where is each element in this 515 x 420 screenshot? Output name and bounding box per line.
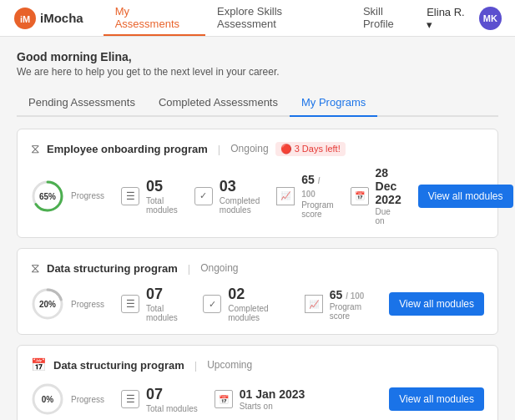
progress-percent: 0% bbox=[42, 395, 53, 404]
progress-percent: 20% bbox=[39, 300, 56, 309]
total-modules-label: Total modules bbox=[146, 196, 178, 215]
program-title: Data structuring program bbox=[53, 359, 184, 372]
stat-completed-modules: ✓ 02 Completed modules bbox=[203, 286, 304, 322]
progress-circle: 0% bbox=[31, 382, 64, 416]
nav-tab-my-assessments[interactable]: My Assessments bbox=[104, 0, 205, 36]
tab-completed-assessments[interactable]: Completed Assessments bbox=[147, 89, 290, 117]
modules-icon: ☰ bbox=[121, 187, 139, 205]
progress-label: Progress bbox=[71, 300, 104, 309]
total-modules-value: 07 bbox=[146, 386, 198, 403]
user-name: Elina R. ▾ bbox=[427, 6, 472, 31]
modules-icon: ☰ bbox=[121, 390, 139, 408]
program-title: Employee onboarding program bbox=[47, 143, 208, 155]
score-label: Program score bbox=[330, 302, 373, 321]
check-icon: ✓ bbox=[203, 295, 221, 313]
progress-circle: 20% bbox=[31, 287, 64, 321]
modules-icon: ☰ bbox=[121, 295, 139, 313]
total-modules-label: Total modules bbox=[146, 404, 198, 413]
svg-text:iM: iM bbox=[20, 14, 30, 24]
hourglass-icon: ⧖ bbox=[31, 141, 40, 156]
program-title: Data structuring program bbox=[47, 262, 178, 275]
progress-percent: 65% bbox=[39, 191, 56, 200]
stat-program-score: 📈 65 / 100 Program score bbox=[305, 288, 390, 321]
stat-completed-modules: ✓ 03 Completed modules bbox=[194, 178, 276, 215]
greeting-title: Good morning Elina, bbox=[17, 50, 498, 63]
nav-tab-explore[interactable]: Explore Skills Assessment bbox=[205, 0, 351, 36]
logo-icon: iM bbox=[13, 7, 37, 30]
program-card: ⧖ Data structuring program | Ongoing 20%… bbox=[17, 248, 498, 335]
due-date-value: 01 Jan 2023 bbox=[240, 387, 305, 401]
upcoming-icon: 📅 bbox=[31, 357, 47, 372]
check-icon: ✓ bbox=[194, 187, 213, 205]
score-value: 65 / 100 bbox=[330, 288, 373, 301]
program-status: Ongoing bbox=[230, 143, 268, 154]
stat-progress: 0% Progress bbox=[31, 382, 121, 416]
completed-modules-value: 03 bbox=[220, 178, 260, 195]
total-modules-value: 05 bbox=[146, 178, 178, 195]
score-value: 65 / 100 bbox=[301, 173, 333, 200]
score-label: Program score bbox=[301, 200, 333, 219]
program-card: ⧖ Employee onboarding program | Ongoing … bbox=[17, 129, 498, 238]
stat-due-date: 📅 01 Jan 2023 Starts on bbox=[215, 387, 322, 411]
card-body: 0% Progress ☰ 07 Total modules 📅 01 Jan … bbox=[31, 382, 484, 416]
logo-text: iMocha bbox=[40, 11, 83, 25]
main-content: Good morning Elina, We are here to help … bbox=[0, 37, 515, 420]
greeting-section: Good morning Elina, We are here to help … bbox=[17, 50, 498, 78]
card-body: 20% Progress ☰ 07 Total modules ✓ 02 Com… bbox=[31, 286, 484, 322]
stat-due-date: 📅 28 Dec 2022 Due on bbox=[351, 166, 418, 225]
stat-total-modules: ☰ 07 Total modules bbox=[121, 286, 203, 322]
stat-total-modules: ☰ 07 Total modules bbox=[121, 386, 215, 413]
calendar-icon: 📅 bbox=[215, 390, 233, 408]
program-card: 📅 Data structuring program | Upcoming 0%… bbox=[17, 345, 498, 420]
due-date-value: 28 Dec 2022 bbox=[376, 166, 401, 206]
progress-circle: 65% bbox=[31, 180, 64, 213]
progress-label-text: Progress bbox=[71, 300, 104, 309]
program-status: Ongoing bbox=[200, 262, 238, 274]
view-all-modules-button[interactable]: View all modules bbox=[389, 387, 484, 411]
programs-list: ⧖ Employee onboarding program | Ongoing … bbox=[17, 129, 498, 420]
main-nav: My Assessments Explore Skills Assessment… bbox=[104, 0, 427, 36]
due-label: Due on bbox=[376, 207, 401, 225]
progress-label-text: Progress bbox=[71, 395, 104, 404]
program-status: Upcoming bbox=[207, 359, 252, 371]
avatar: MK bbox=[479, 7, 502, 30]
completed-modules-label: Completed modules bbox=[228, 304, 287, 322]
progress-label-text: Progress bbox=[71, 191, 104, 200]
tab-pending-assessments[interactable]: Pending Assessments bbox=[17, 89, 147, 117]
score-icon: 📈 bbox=[276, 187, 295, 205]
card-header: 📅 Data structuring program | Upcoming bbox=[31, 357, 484, 372]
total-modules-value: 07 bbox=[146, 286, 186, 303]
header-user-area: Elina R. ▾ MK bbox=[427, 6, 502, 31]
completed-modules-value: 02 bbox=[228, 286, 287, 303]
due-label: Starts on bbox=[240, 402, 305, 411]
progress-label: Progress bbox=[71, 191, 104, 200]
section-tabs: Pending Assessments Completed Assessment… bbox=[17, 89, 498, 117]
hourglass-icon: ⧖ bbox=[31, 261, 40, 276]
stat-total-modules: ☰ 05 Total modules bbox=[121, 178, 194, 215]
progress-label: Progress bbox=[71, 395, 104, 404]
tab-my-programs[interactable]: My Programs bbox=[290, 89, 377, 117]
view-all-modules-button[interactable]: View all modules bbox=[389, 292, 484, 316]
greeting-subtitle: We are here to help you get to the next … bbox=[17, 66, 498, 78]
nav-tab-skill-profile[interactable]: Skill Profile bbox=[351, 0, 427, 36]
completed-modules-label: Completed modules bbox=[220, 196, 260, 215]
calendar-icon: 📅 bbox=[351, 187, 369, 205]
stat-program-score: 📈 65 / 100 Program score bbox=[276, 173, 350, 219]
logo: iM iMocha bbox=[13, 7, 83, 30]
app-header: iM iMocha My Assessments Explore Skills … bbox=[0, 0, 515, 37]
card-header: ⧖ Data structuring program | Ongoing bbox=[31, 261, 484, 276]
total-modules-label: Total modules bbox=[146, 304, 186, 322]
deadline-badge: 🔴 3 Days left! bbox=[275, 142, 346, 156]
stat-progress: 20% Progress bbox=[31, 287, 121, 321]
score-icon: 📈 bbox=[305, 295, 323, 313]
view-all-modules-button[interactable]: View all modules bbox=[418, 185, 513, 208]
card-body: 65% Progress ☰ 05 Total modules ✓ 03 Com… bbox=[31, 166, 484, 225]
card-header: ⧖ Employee onboarding program | Ongoing … bbox=[31, 141, 484, 156]
stat-progress: 65% Progress bbox=[31, 180, 121, 213]
